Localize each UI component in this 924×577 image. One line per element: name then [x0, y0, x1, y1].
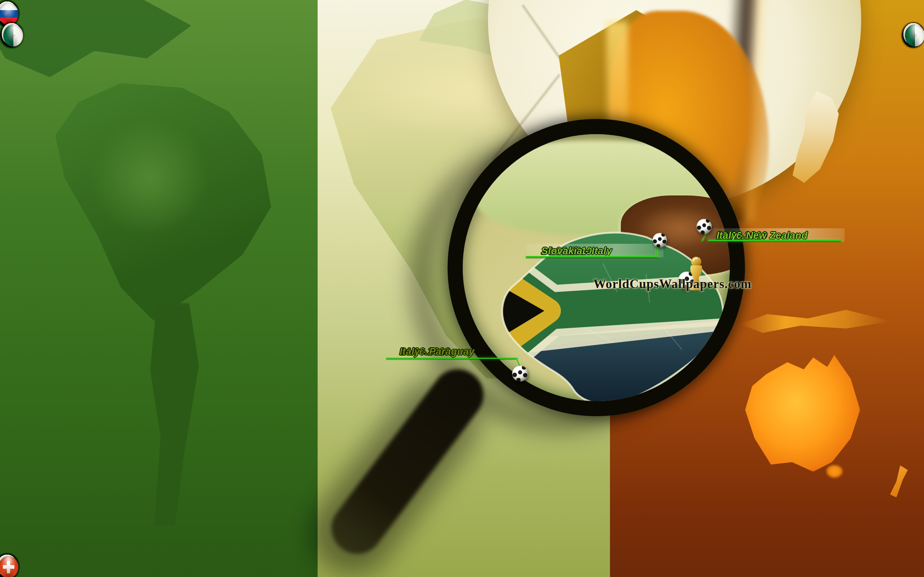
flag-badge-svk: ✚ [0, 2, 17, 23]
flag-svk-icon: ✚ [0, 3, 18, 25]
flag-border-left: ▪◉▼◆●★☪●▪✚✚▪◉▼◆●★☪ [1, 23, 23, 556]
tasmania-shape [827, 465, 842, 477]
flag-badge-alg: ☪ [903, 23, 923, 45]
flag-border-top: ✦☯◉●∗☀★★✶★☀✦☯◉●∗☀★★✶✚ [0, 2, 924, 24]
fixture-underline [708, 240, 841, 241]
flag-badge-alg: ☪ [2, 23, 22, 45]
fixture-match: Italy - Paraguay [399, 346, 475, 357]
soccer-ball-marker-cape-town [512, 366, 528, 382]
watermark-text: WorldCupsWallpapers.com [593, 277, 751, 292]
flag-border-right: ▪◉▼◆●★☪●▪✚✚▪◉▼◆●★☪ [902, 23, 924, 556]
south-america-highlight [90, 119, 209, 238]
worldcup-2010-wallpaper: 24.06.2010 Slovakia - Italy 20.06.2010 I… [0, 0, 924, 577]
flag-border-bottom: ☀✦☯◉●∗☀★★✶★☀✦☯◉●∗☀★★✶ [0, 554, 924, 577]
soccer-ball-marker-nelspruit [696, 219, 712, 234]
soccer-ball-marker-johannesburg [653, 233, 667, 247]
fixture-match: Slovakia - Italy [541, 246, 612, 257]
flag-badge-sui [0, 554, 17, 577]
flag-sui-icon [0, 556, 18, 577]
fixture-connector [656, 247, 657, 257]
flag-alg-icon: ☪ [3, 24, 23, 47]
fixture-underline [526, 256, 658, 258]
fixture-underline [386, 358, 518, 359]
flag-alg-icon: ☪ [905, 24, 924, 47]
